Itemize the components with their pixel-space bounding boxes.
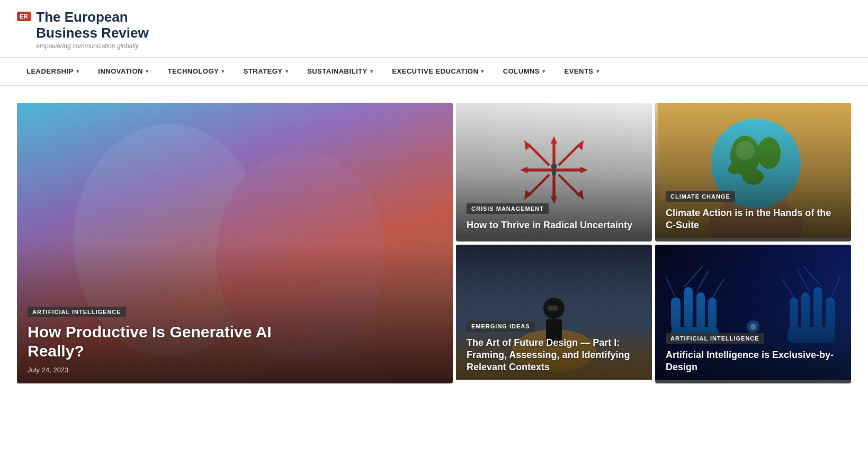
ai-exclusive-card-content: ARTIFICIAL INTELLIGENCE Artificial Intel… <box>655 324 851 383</box>
chevron-down-icon: ▾ <box>285 68 289 74</box>
featured-category-badge: ARTIFICIAL INTELLIGENCE <box>28 307 126 317</box>
climate-category-badge: CLIMATE CHANGE <box>666 191 735 202</box>
nav-link-events[interactable]: EVENTS ▾ <box>555 58 609 85</box>
logo-subtitle: empowering communication globally <box>36 42 148 50</box>
nav-item-leadership[interactable]: LEADERSHIP ▾ <box>17 58 88 85</box>
nav-item-events[interactable]: EVENTS ▾ <box>555 58 609 85</box>
chevron-down-icon: ▾ <box>146 68 149 74</box>
main-content: ARTIFICIAL INTELLIGENCE How Productive I… <box>0 86 868 400</box>
featured-article-title: How Productive Is Generative AI Really? <box>28 323 442 361</box>
nav-link-strategy[interactable]: STRATEGY ▾ <box>234 58 298 85</box>
chevron-down-icon: ▾ <box>370 68 373 74</box>
nav-item-innovation[interactable]: INNOVATION ▾ <box>88 58 158 85</box>
main-nav: LEADERSHIP ▾ INNOVATION ▾ TECHNOLOGY ▾ S… <box>0 58 868 86</box>
logo-icon: ER <box>17 12 31 21</box>
site-header: ER The European Business Review empoweri… <box>0 0 868 58</box>
crisis-article-card[interactable]: CRISIS MANAGEMENT How to Thrive in Radic… <box>456 103 652 242</box>
featured-card-content: ARTIFICIAL INTELLIGENCE How Productive I… <box>17 297 453 383</box>
future-article-card[interactable]: EMERGING IDEAS The Art of Future Design … <box>456 245 652 383</box>
featured-article-date: July 24, 2023 <box>28 366 442 374</box>
chevron-down-icon: ▾ <box>76 68 79 74</box>
nav-list: LEADERSHIP ▾ INNOVATION ▾ TECHNOLOGY ▾ S… <box>17 58 851 85</box>
nav-link-exec-ed[interactable]: EXECUTIVE EDUCATION ▾ <box>382 58 494 85</box>
nav-item-technology[interactable]: TECHNOLOGY ▾ <box>158 58 234 85</box>
nav-item-exec-ed[interactable]: EXECUTIVE EDUCATION ▾ <box>382 58 494 85</box>
chevron-down-icon: ▾ <box>596 68 599 74</box>
nav-link-technology[interactable]: TECHNOLOGY ▾ <box>158 58 234 85</box>
chevron-down-icon: ▾ <box>481 68 484 74</box>
articles-grid: ARTIFICIAL INTELLIGENCE How Productive I… <box>17 103 851 383</box>
ai-exclusive-article-card[interactable]: ARTIFICIAL INTELLIGENCE Artificial Intel… <box>655 245 851 383</box>
nav-link-innovation[interactable]: INNOVATION ▾ <box>88 58 158 85</box>
featured-article[interactable]: ARTIFICIAL INTELLIGENCE How Productive I… <box>17 103 453 383</box>
site-title: The European Business Review <box>36 10 148 41</box>
future-article-title: The Art of Future Design — Part I: Frami… <box>467 337 641 374</box>
crisis-card-content: CRISIS MANAGEMENT How to Thrive in Radic… <box>456 194 652 241</box>
climate-card-content: CLIMATE CHANGE Climate Action is in the … <box>655 182 851 242</box>
crisis-article-title: How to Thrive in Radical Uncertainty <box>467 219 641 231</box>
ai-exclusive-article-title: Artificial Intelligence is Exclusive-by-… <box>666 349 840 374</box>
nav-link-leadership[interactable]: LEADERSHIP ▾ <box>17 58 88 85</box>
crisis-category-badge: CRISIS MANAGEMENT <box>467 203 549 214</box>
logo-area[interactable]: ER The European Business Review empoweri… <box>17 10 149 50</box>
logo-text-group: The European Business Review empowering … <box>36 10 148 50</box>
nav-link-columns[interactable]: COLUMNS ▾ <box>494 58 555 85</box>
future-category-badge: EMERGING IDEAS <box>467 321 535 332</box>
chevron-down-icon: ▾ <box>221 68 225 74</box>
future-card-content: EMERGING IDEAS The Art of Future Design … <box>456 311 652 383</box>
ai-exclusive-category-badge: ARTIFICIAL INTELLIGENCE <box>666 333 764 344</box>
nav-link-sustainability[interactable]: SUSTAINABILITY ▾ <box>298 58 382 85</box>
chevron-down-icon: ▾ <box>542 68 545 74</box>
climate-article-card[interactable]: CLIMATE CHANGE Climate Action is in the … <box>655 103 851 242</box>
nav-item-sustainability[interactable]: SUSTAINABILITY ▾ <box>298 58 382 85</box>
nav-item-strategy[interactable]: STRATEGY ▾ <box>234 58 298 85</box>
nav-item-columns[interactable]: COLUMNS ▾ <box>494 58 555 85</box>
climate-article-title: Climate Action is in the Hands of the C-… <box>666 207 840 232</box>
